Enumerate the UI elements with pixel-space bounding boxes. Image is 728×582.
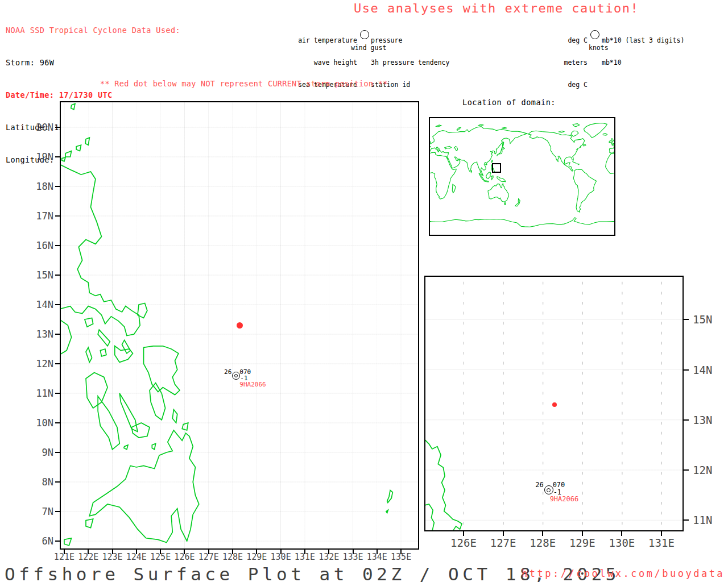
storm-position-warning: ** Red dot below may NOT represent CURRE… <box>100 79 388 88</box>
main-lat-tick-label: 19N <box>30 151 53 163</box>
inset-lat-tick <box>684 469 689 471</box>
inset-lon-tick-label: 130E <box>603 537 640 549</box>
offshore-surface-plot: NOAA SSD Tropical Cyclone Data Used: Sto… <box>0 0 728 582</box>
storm-id: Storm: 96W <box>6 57 180 68</box>
inset-lat-tick-label: 12N <box>693 464 712 476</box>
inset-lat-tick <box>684 419 689 421</box>
inset-lon-tick <box>542 531 543 536</box>
units-legend-left: deg C meters deg C <box>531 22 588 103</box>
station-air-temp: 26 <box>209 369 231 375</box>
caution-banner: Use analyses with extreme caution! <box>354 1 639 15</box>
main-lat-tick <box>55 541 60 542</box>
storm-datetime: Date/Time: 17/1730 UTC <box>6 90 180 101</box>
world-coastlines-wrap-left <box>430 123 431 227</box>
main-lat-tick-label: 6N <box>30 535 53 547</box>
domain-extent-box <box>492 163 501 173</box>
units-sea-temperature: deg C <box>531 81 588 89</box>
main-lat-tick <box>55 127 60 128</box>
domain-map-title: Location of domain: <box>462 98 556 107</box>
philippines-coastlines <box>61 103 392 545</box>
main-lat-tick-label: 11N <box>30 388 53 399</box>
main-lat-tick <box>55 334 60 335</box>
main-lat-tick <box>55 363 60 364</box>
units-model-circle-icon <box>590 30 599 39</box>
station-legend-right: pressure 3h pressure tendency station id <box>371 22 449 103</box>
station-id: 9HA2066 <box>239 381 266 388</box>
inset-lon-tick-label: 129E <box>564 537 601 549</box>
units-pressure: mb*10 (last 3 digits) <box>602 37 684 44</box>
inset-lon-tick <box>503 531 504 536</box>
main-lat-tick-label: 14N <box>30 299 53 310</box>
main-lat-tick-label: 13N <box>30 329 53 340</box>
inset-lon-tick <box>621 531 622 536</box>
main-lat-tick-label: 20N <box>30 122 53 133</box>
world-coastlines <box>430 123 614 227</box>
main-lat-tick <box>55 481 60 483</box>
inset-lat-tick-label: 15N <box>693 313 712 326</box>
main-lat-tick <box>55 275 60 276</box>
station-pressure: 070 <box>553 482 565 488</box>
units-air-temperature: deg C <box>531 37 588 44</box>
main-lat-tick <box>55 452 60 453</box>
main-lat-tick-label: 15N <box>30 269 53 281</box>
main-lat-tick <box>55 511 60 512</box>
main-lat-tick <box>55 245 60 246</box>
storm-data-source: NOAA SSD Tropical Cyclone Data Used: <box>6 25 180 36</box>
inset-coastlines <box>425 440 462 530</box>
inset-lon-tick-label: 126E <box>445 537 482 549</box>
units-wave-height: meters <box>531 59 588 66</box>
inset-lon-tick <box>661 531 662 536</box>
main-lat-tick <box>55 215 60 217</box>
world-map <box>430 118 614 235</box>
main-lat-tick-label: 7N <box>30 506 53 517</box>
main-lat-tick-label: 12N <box>30 358 53 369</box>
legend-pressure-tendency: 3h pressure tendency <box>371 59 449 66</box>
station-inner-circle-icon <box>547 488 551 492</box>
inset-lon-tick-label: 128E <box>524 537 561 549</box>
inset-lat-tick <box>684 369 689 371</box>
station-id: 9HA2066 <box>550 496 579 502</box>
world-map-frame <box>429 117 615 236</box>
inset-lon-tick-label: 131E <box>643 537 680 549</box>
legend-wave-height: wave height <box>256 59 357 66</box>
main-lat-tick-label: 16N <box>30 240 53 251</box>
main-lon-tick-label: 135E <box>386 552 416 562</box>
inset-lat-tick-label: 13N <box>693 414 712 426</box>
inset-lon-tick-label: 127E <box>485 537 522 549</box>
legend-air-temperature: air temperature <box>256 37 357 44</box>
main-lat-tick <box>55 156 60 157</box>
legend-wind-gust: wind gust <box>351 44 386 52</box>
main-lat-tick <box>55 304 60 305</box>
inset-lat-tick <box>684 319 689 320</box>
station-model-circle-icon <box>360 30 369 39</box>
inset-lat-tick-label: 11N <box>693 514 712 526</box>
inset-lon-tick <box>582 531 583 536</box>
inset-lat-tick <box>684 519 689 521</box>
main-lat-tick <box>55 186 60 187</box>
main-lat-tick-label: 8N <box>30 476 53 488</box>
units-pressure-tendency: mb*10 <box>602 59 684 66</box>
main-lat-tick <box>55 422 60 423</box>
main-lat-tick-label: 10N <box>30 417 53 429</box>
main-lat-tick-label: 17N <box>30 210 53 222</box>
main-lat-tick-label: 9N <box>30 447 53 458</box>
station-air-temp: 26 <box>522 482 544 488</box>
station-legend-left: air temperature wave height sea temperat… <box>256 22 357 103</box>
units-legend-right: mb*10 (last 3 digits) mb*10 <box>602 22 684 81</box>
source-url: http://coolwx.com/buoydata <box>522 568 725 579</box>
main-lat-tick-label: 18N <box>30 181 53 192</box>
main-lat-tick <box>55 393 60 394</box>
inset-lat-tick-label: 14N <box>693 364 712 376</box>
inset-lon-tick <box>463 531 464 536</box>
world-coastlines-wrap-right <box>606 123 614 227</box>
units-wind-gust: knots <box>589 44 609 52</box>
